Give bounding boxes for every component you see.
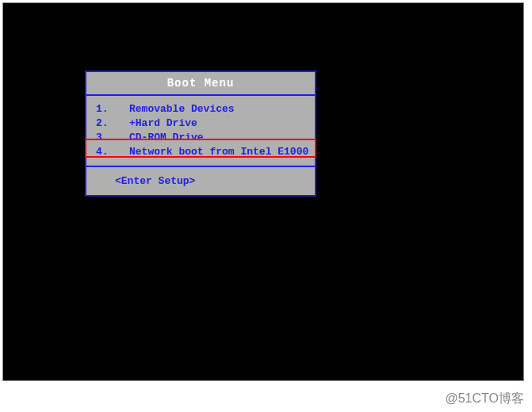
boot-item-removable[interactable]: 1. Removable Devices — [96, 102, 315, 116]
enter-setup-option[interactable]: <Enter Setup> — [86, 167, 315, 195]
boot-menu-items: 1. Removable Devices 2. +Hard Drive 3. C… — [86, 96, 315, 167]
boot-item-harddrive[interactable]: 2. +Hard Drive — [96, 116, 315, 131]
item-number: 2. — [96, 116, 129, 131]
item-number: 3. — [96, 131, 129, 145]
item-label: Removable Devices — [129, 102, 235, 116]
item-number: 4. — [96, 145, 129, 159]
item-label: CD-ROM Drive — [129, 131, 204, 145]
boot-item-network[interactable]: 4. Network boot from Intel E1000 — [96, 145, 315, 159]
bios-screen: Boot Menu 1. Removable Devices 2. +Hard … — [2, 2, 524, 381]
boot-menu-title: Boot Menu — [86, 72, 315, 96]
item-label: Network boot from Intel E1000 — [129, 145, 308, 159]
item-label: +Hard Drive — [129, 116, 197, 131]
boot-item-cdrom[interactable]: 3. CD-ROM Drive — [96, 131, 315, 145]
watermark-text: @51CTO博客 — [445, 391, 524, 407]
item-number: 1. — [96, 102, 129, 116]
boot-menu-dialog: Boot Menu 1. Removable Devices 2. +Hard … — [85, 71, 316, 196]
